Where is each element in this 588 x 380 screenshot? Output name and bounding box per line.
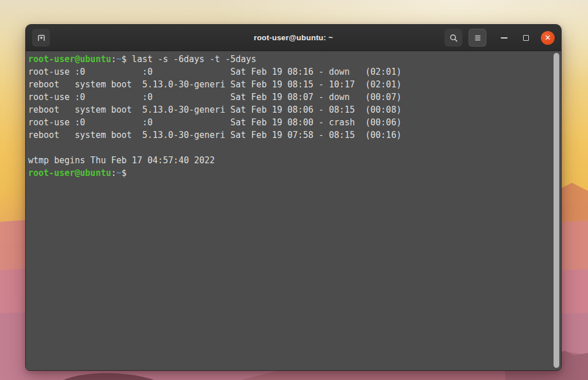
terminal-screen[interactable]: root-user@ubuntu:~$ last -s -6days -t -5…	[26, 51, 561, 370]
search-icon	[448, 33, 459, 43]
terminal-output-line: root-use :0 :0 Sat Feb 19 08:07 - down (…	[28, 91, 553, 103]
terminal-output-line: root-use :0 :0 Sat Feb 19 08:16 - down (…	[28, 66, 553, 78]
terminal-output-line: root-use :0 :0 Sat Feb 19 08:00 - crash …	[28, 116, 553, 129]
minimize-icon	[501, 37, 508, 39]
wtmp-line: wtmp begins Thu Feb 17 04:57:40 2022	[28, 154, 553, 167]
prompt-separator: :	[111, 54, 117, 64]
new-tab-button[interactable]	[32, 29, 50, 47]
prompt-user: root-user@ubuntu	[28, 54, 111, 64]
desktop-background: root-user@ubuntu: ~	[0, 0, 588, 380]
prompt-line-command: root-user@ubuntu:~$ last -s -6days -t -5…	[28, 53, 553, 66]
close-button[interactable]: ✕	[541, 31, 555, 45]
terminal-output-line: reboot system boot 5.13.0-30-generi Sat …	[28, 78, 553, 91]
prompt-symbol: $	[122, 54, 127, 64]
prompt-symbol: $	[122, 168, 127, 178]
terminal-window: root-user@ubuntu: ~	[25, 24, 562, 371]
new-tab-icon	[36, 33, 47, 43]
menu-icon	[473, 33, 483, 43]
prompt-path: ~	[117, 168, 122, 178]
terminal-output-line: reboot system boot 5.13.0-30-generi Sat …	[28, 103, 553, 116]
maximize-icon	[523, 35, 529, 41]
minimize-button[interactable]	[497, 30, 512, 45]
prompt-user: root-user@ubuntu	[28, 168, 111, 178]
search-button[interactable]	[444, 29, 462, 47]
terminal-output-line: reboot system boot 5.13.0-30-generi Sat …	[28, 129, 553, 141]
prompt-line-current: root-user@ubuntu:~$	[28, 167, 553, 179]
close-icon: ✕	[545, 34, 551, 41]
maximize-button[interactable]	[519, 30, 533, 45]
menu-button[interactable]	[469, 29, 486, 47]
terminal-blank-line	[28, 141, 553, 154]
prompt-separator: :	[111, 168, 117, 178]
scrollbar-thumb[interactable]	[554, 53, 559, 368]
prompt-path: ~	[117, 54, 122, 64]
command-text: last -s -6days -t -5days	[127, 54, 257, 64]
titlebar[interactable]: root-user@ubuntu: ~	[26, 25, 561, 51]
